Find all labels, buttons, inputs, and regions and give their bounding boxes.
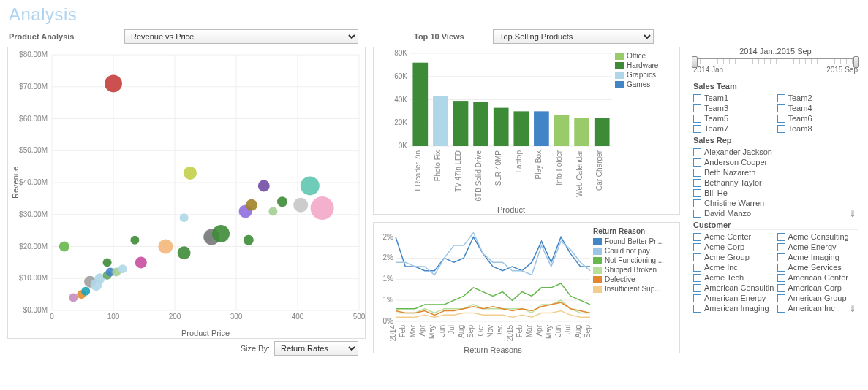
slider-handle-right[interactable] bbox=[853, 56, 859, 68]
checkbox-icon[interactable] bbox=[777, 104, 785, 112]
svg-text:$0.00M: $0.00M bbox=[23, 306, 48, 314]
checkbox-item[interactable]: Team5 bbox=[693, 114, 774, 123]
checkbox-icon[interactable] bbox=[777, 125, 785, 133]
svg-text:2%: 2% bbox=[383, 233, 394, 241]
checkbox-item[interactable]: Christine Warren bbox=[693, 199, 858, 207]
checkbox-icon[interactable] bbox=[693, 179, 701, 187]
checkbox-item[interactable]: American Consulting bbox=[693, 283, 774, 292]
checkbox-icon[interactable] bbox=[777, 115, 785, 123]
checkbox-icon[interactable] bbox=[693, 233, 701, 241]
checkbox-icon[interactable] bbox=[693, 253, 701, 261]
checkbox-item[interactable]: Team6 bbox=[777, 114, 858, 123]
product-analysis-select[interactable]: Revenue vs Price bbox=[124, 29, 358, 44]
controls-row: Product Analysis Revenue vs Price Top 10… bbox=[0, 28, 868, 47]
checkbox-icon[interactable] bbox=[777, 264, 785, 272]
checkbox-icon[interactable] bbox=[693, 169, 701, 177]
checkbox-item[interactable]: American Center bbox=[777, 273, 858, 282]
checkbox-item[interactable]: Acme Imaging bbox=[777, 253, 858, 261]
checkbox-item[interactable]: Team4 bbox=[777, 104, 858, 112]
checkbox-item[interactable]: American Energy bbox=[693, 294, 774, 302]
page-title: Analysis bbox=[0, 0, 868, 28]
checkbox-item[interactable]: Acme Group bbox=[693, 253, 774, 261]
checkbox-icon[interactable] bbox=[777, 253, 785, 261]
checkbox-icon[interactable] bbox=[693, 264, 701, 272]
down-arrow-icon[interactable]: ⇓ bbox=[849, 209, 856, 219]
svg-text:2%: 2% bbox=[383, 253, 394, 261]
checkbox-item[interactable]: Team2 bbox=[777, 93, 858, 102]
svg-text:Sep: Sep bbox=[467, 325, 475, 338]
sales-team-title: Sales Team bbox=[693, 82, 858, 91]
svg-text:May: May bbox=[428, 325, 436, 339]
checkbox-icon[interactable] bbox=[693, 210, 701, 218]
checkbox-icon[interactable] bbox=[693, 104, 701, 112]
checkbox-icon[interactable] bbox=[693, 294, 701, 302]
svg-point-58 bbox=[293, 198, 308, 213]
svg-text:$60.00M: $60.00M bbox=[19, 115, 48, 123]
checkbox-icon[interactable] bbox=[693, 158, 701, 167]
svg-point-30 bbox=[59, 242, 69, 252]
checkbox-item[interactable]: Acme Tech bbox=[693, 273, 774, 282]
product-analysis-label: Product Analysis bbox=[9, 32, 118, 41]
checkbox-icon[interactable] bbox=[693, 305, 701, 313]
checkbox-icon[interactable] bbox=[777, 294, 785, 302]
checkbox-icon[interactable] bbox=[777, 94, 785, 102]
checkbox-item[interactable]: Team3 bbox=[693, 104, 774, 112]
checkbox-icon[interactable] bbox=[777, 243, 785, 251]
svg-text:400: 400 bbox=[292, 313, 304, 321]
top10-select[interactable]: Top Selling Products bbox=[493, 29, 654, 44]
svg-text:Jun: Jun bbox=[554, 325, 562, 337]
svg-rect-91 bbox=[595, 118, 610, 146]
checkbox-item[interactable]: Team7 bbox=[693, 124, 774, 133]
checkbox-item[interactable]: American Corp bbox=[777, 283, 858, 292]
checkbox-icon[interactable] bbox=[693, 284, 701, 292]
checkbox-item[interactable]: American Imaging bbox=[693, 304, 774, 313]
svg-text:Car Charger: Car Charger bbox=[595, 150, 603, 191]
svg-text:Feb: Feb bbox=[399, 325, 407, 338]
checkbox-item[interactable]: Acme Inc bbox=[693, 263, 774, 272]
checkbox-icon[interactable] bbox=[693, 189, 701, 197]
size-by-select[interactable]: Return Rates bbox=[274, 341, 358, 356]
checkbox-item[interactable]: Acme Services bbox=[777, 263, 858, 272]
checkbox-item[interactable]: Beth Nazareth bbox=[693, 168, 858, 177]
down-arrow-icon[interactable]: ⇓ bbox=[849, 304, 856, 314]
checkbox-item[interactable]: Acme Center bbox=[693, 232, 774, 241]
checkbox-item[interactable]: David Manzo bbox=[693, 209, 858, 218]
checkbox-icon[interactable] bbox=[777, 233, 785, 241]
slider-label-left: 2014 Jan bbox=[693, 66, 723, 74]
checkbox-label: Team6 bbox=[788, 114, 812, 123]
svg-text:Play Box: Play Box bbox=[535, 150, 543, 179]
checkbox-icon[interactable] bbox=[693, 94, 701, 102]
checkbox-item[interactable]: Bill He bbox=[693, 188, 858, 197]
svg-text:0K: 0K bbox=[399, 142, 408, 150]
svg-text:Mar: Mar bbox=[409, 324, 417, 337]
checkbox-item[interactable]: Bethanny Taylor bbox=[693, 178, 858, 187]
checkbox-icon[interactable] bbox=[693, 199, 701, 207]
checkbox-icon[interactable] bbox=[693, 243, 701, 251]
checkbox-label: Acme Corp bbox=[704, 242, 744, 251]
checkbox-item[interactable]: Acme Consulting bbox=[777, 232, 858, 241]
slider-handle-left[interactable] bbox=[692, 56, 698, 68]
checkbox-icon[interactable] bbox=[693, 115, 701, 123]
svg-point-54 bbox=[246, 199, 257, 211]
checkbox-icon[interactable] bbox=[777, 305, 785, 313]
checkbox-label: Bill He bbox=[704, 188, 728, 197]
checkbox-icon[interactable] bbox=[693, 274, 701, 282]
checkbox-item[interactable]: Team1 bbox=[693, 93, 774, 102]
checkbox-label: Acme Energy bbox=[788, 242, 837, 251]
svg-text:Jul: Jul bbox=[564, 325, 572, 334]
checkbox-item[interactable]: Alexander Jackson bbox=[693, 148, 858, 156]
date-slider[interactable]: 2014 Jan..2015 Sep 2014 Jan 2015 Sep bbox=[693, 47, 858, 79]
checkbox-item[interactable]: Acme Corp bbox=[693, 242, 774, 251]
svg-point-44 bbox=[130, 236, 139, 245]
checkbox-item[interactable]: Acme Energy bbox=[777, 242, 858, 251]
svg-text:Nov: Nov bbox=[486, 325, 494, 338]
checkbox-item[interactable]: American Inc bbox=[777, 304, 858, 313]
checkbox-item[interactable]: Team8 bbox=[777, 124, 858, 133]
checkbox-item[interactable]: Anderson Cooper bbox=[693, 158, 858, 167]
checkbox-icon[interactable] bbox=[777, 284, 785, 292]
checkbox-icon[interactable] bbox=[693, 148, 701, 156]
checkbox-item[interactable]: American Group bbox=[777, 294, 858, 302]
checkbox-icon[interactable] bbox=[693, 125, 701, 133]
checkbox-icon[interactable] bbox=[777, 274, 785, 282]
svg-text:Web Calendar: Web Calendar bbox=[575, 150, 584, 196]
